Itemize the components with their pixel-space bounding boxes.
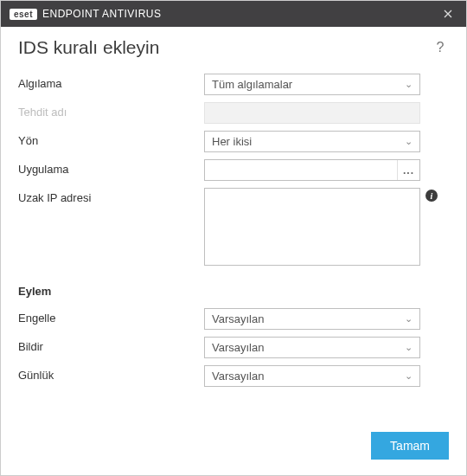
row-direction: Yön Her ikisi ⌄	[18, 131, 449, 152]
label-notify: Bildir	[18, 337, 204, 353]
block-value: Varsayılan	[212, 312, 264, 325]
close-button[interactable]	[437, 3, 459, 25]
brand-badge: eset	[10, 9, 37, 20]
label-remote-ip: Uzak IP adresi	[18, 188, 204, 204]
ok-button[interactable]: Tamam	[371, 432, 449, 460]
row-log: Günlük Varsayılan ⌄	[18, 365, 449, 387]
chevron-down-icon: ⌄	[405, 136, 413, 147]
remote-ip-textarea[interactable]	[204, 188, 420, 266]
direction-select[interactable]: Her ikisi ⌄	[204, 131, 420, 152]
window-title: ENDPOINT ANTIVIRUS	[42, 8, 437, 20]
notify-value: Varsayılan	[212, 341, 264, 354]
header-row: IDS kuralı ekleyin ?	[18, 37, 449, 58]
label-log: Günlük	[18, 365, 204, 382]
help-icon[interactable]: ?	[432, 40, 449, 55]
row-notify: Bildir Varsayılan ⌄	[18, 337, 449, 358]
section-title-action: Eylem	[18, 285, 449, 298]
row-detection: Algılama Tüm algılamalar ⌄	[18, 74, 449, 95]
label-direction: Yön	[18, 131, 204, 147]
info-icon[interactable]: i	[425, 190, 438, 202]
chevron-down-icon: ⌄	[405, 370, 413, 382]
row-block: Engelle Varsayılan ⌄	[18, 308, 449, 330]
chevron-down-icon: ⌄	[405, 313, 413, 325]
threat-name-input	[204, 102, 420, 124]
chevron-down-icon: ⌄	[405, 79, 413, 90]
close-icon	[444, 10, 452, 18]
row-threat-name: Tehdit adı	[18, 102, 449, 124]
label-block: Engelle	[18, 308, 204, 325]
row-application: Uygulama ...	[18, 159, 449, 181]
label-application: Uygulama	[18, 159, 204, 176]
log-value: Varsayılan	[212, 370, 264, 383]
form: Algılama Tüm algılamalar ⌄ Tehdit adı Yö…	[18, 74, 449, 421]
detection-select[interactable]: Tüm algılamalar ⌄	[204, 74, 420, 95]
direction-value: Her ikisi	[212, 135, 252, 148]
log-select[interactable]: Varsayılan ⌄	[204, 365, 420, 387]
content: IDS kuralı ekleyin ? Algılama Tüm algıla…	[1, 27, 466, 475]
block-select[interactable]: Varsayılan ⌄	[204, 308, 420, 330]
label-threat-name: Tehdit adı	[18, 102, 204, 119]
browse-button[interactable]: ...	[397, 160, 419, 180]
page-title: IDS kuralı ekleyin	[18, 37, 432, 58]
chevron-down-icon: ⌄	[405, 342, 413, 353]
row-remote-ip: Uzak IP adresi i	[18, 188, 449, 266]
application-value[interactable]	[205, 160, 397, 180]
label-detection: Algılama	[18, 74, 204, 90]
titlebar: eset ENDPOINT ANTIVIRUS	[1, 1, 466, 27]
detection-value: Tüm algılamalar	[212, 78, 292, 91]
footer: Tamam	[18, 421, 449, 475]
application-input[interactable]: ...	[204, 159, 420, 181]
notify-select[interactable]: Varsayılan ⌄	[204, 337, 420, 358]
